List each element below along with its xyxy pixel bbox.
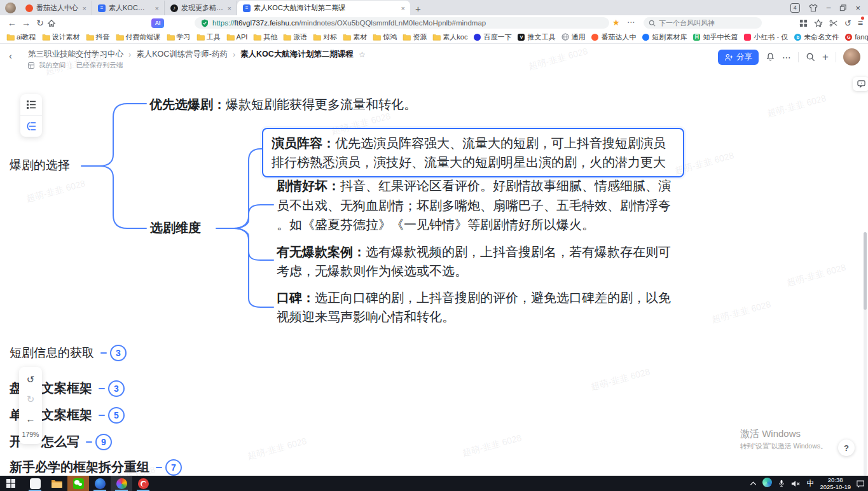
comment-panel-button[interactable] (853, 77, 868, 91)
undo-icon[interactable]: ↺ (19, 370, 42, 389)
doc-back-icon[interactable]: ‹ (9, 50, 12, 61)
bookmark-folder[interactable]: 对标 (312, 32, 338, 43)
tray-clock[interactable]: 20:38 2025-10-19 (820, 476, 851, 490)
close-button[interactable]: × (855, 4, 860, 12)
mindmap-node-info-source[interactable]: 短剧信息的获取 3 (10, 345, 127, 361)
favorites-edit-icon[interactable] (814, 19, 823, 27)
taskbar-app-search[interactable] (24, 476, 46, 491)
tray-chevron-up-icon[interactable] (750, 481, 757, 486)
taskbar-app-explorer[interactable] (46, 476, 67, 491)
redo-icon[interactable]: ↻ (19, 389, 42, 409)
zoom-level[interactable]: 179% (22, 429, 39, 441)
menu-icon[interactable]: ≡ (858, 18, 863, 28)
bookmark-folder[interactable]: 素材 (341, 32, 368, 43)
browser-tab[interactable]: 番茄达人中心× (20, 1, 92, 15)
mindmap-view-button[interactable] (20, 116, 42, 137)
mindmap-node-hit-cases[interactable]: 有无爆款案例：选有爆款视频的剧，上抖音搜剧名，若有爆款存在则可考虑，无爆款则作为… (277, 242, 677, 280)
share-button[interactable]: 分享 (718, 50, 759, 65)
minimize-button[interactable]: – (827, 4, 831, 11)
toolbar-search-box[interactable]: 下一个台风叫风神 (644, 17, 762, 29)
tab-close-icon[interactable]: × (81, 4, 88, 12)
bookmark-item[interactable]: 番茄达人中 (589, 32, 637, 43)
taskbar-app-feishu[interactable] (89, 476, 111, 491)
new-tab-button[interactable]: + (415, 3, 421, 14)
bookmark-folder[interactable]: 工具 (195, 32, 222, 43)
bookmark-item[interactable]: 短剧素材库 (640, 32, 688, 43)
tab-close-icon[interactable]: × (400, 4, 406, 12)
vertical-scrollbar-thumb[interactable] (864, 232, 867, 310)
bookmark-folder[interactable]: 派语 (282, 32, 308, 43)
bookmark-folder[interactable]: 其他 (252, 32, 279, 43)
child-count-badge[interactable]: 3 (108, 380, 125, 397)
mindmap-root-node[interactable]: 爆剧的选择 (10, 157, 70, 174)
help-button[interactable]: ? (838, 439, 855, 456)
tab-count-badge[interactable]: 4 (790, 3, 800, 13)
apps-grid-icon[interactable] (799, 19, 808, 27)
home-icon[interactable] (47, 19, 61, 27)
bookmark-item[interactable]: 百度一下 (472, 32, 513, 43)
user-avatar[interactable] (843, 48, 860, 66)
mindmap-node-cast-selected[interactable]: 演员阵容：优先选演员阵容强大、流量大的短剧，可上抖音搜短剧演员排行榜熟悉演员，演… (262, 128, 684, 177)
header-more-icon[interactable]: ⋯ (782, 52, 791, 62)
browser-tab[interactable]: ≡素人KOC大航海计划第二期课× (92, 1, 165, 15)
restore-button[interactable] (839, 4, 846, 11)
bookmark-folder[interactable]: 学习 (165, 32, 192, 43)
create-plus-icon[interactable]: + (822, 51, 829, 64)
taskbar-app-browser[interactable] (111, 476, 132, 491)
address-bar[interactable]: https://ft6vgl737z.feishu.cn/mindnotes/O… (195, 17, 609, 29)
bookmark-item[interactable]: V推文工具 (516, 32, 556, 43)
mindmap-node-priority[interactable]: 优先选爆剧：爆款短剧能获得更多流量和转化。 (149, 95, 417, 114)
browser-profile-avatar[interactable] (5, 3, 16, 13)
taskbar-app-wechat[interactable] (67, 476, 89, 491)
browser-tab[interactable]: ≡素人KOC大航海计划第二期课× (237, 1, 410, 15)
start-button[interactable] (0, 476, 22, 491)
address-more-icon[interactable]: ⋯ (627, 18, 635, 27)
mindmap-node-plot[interactable]: 剧情好坏：抖音、红果评论区看评价。好剧情故事细腻、情感细腻、演员不出戏、无狗血剧… (277, 176, 677, 235)
bookmark-item[interactable]: b未命名文件 (792, 32, 840, 43)
child-count-badge[interactable]: 5 (108, 407, 125, 424)
breadcrumb-item[interactable]: 素人KOC训练营导师-药药 (136, 49, 228, 60)
bookmark-star-icon[interactable]: ★ (612, 18, 620, 27)
history-undo-icon[interactable]: ↺ (844, 18, 851, 28)
space-label[interactable]: 我的空间 (39, 61, 65, 70)
bookmark-item[interactable]: 小红书 - 仅 (742, 32, 789, 43)
child-count-badge[interactable]: 3 (110, 345, 127, 361)
bookmark-folder[interactable]: 抖音 (85, 32, 111, 43)
notification-bell-icon[interactable] (766, 52, 775, 62)
back-to-root-icon[interactable]: ← (19, 409, 42, 429)
screenshot-scissors-icon[interactable] (829, 19, 838, 27)
favorite-star-icon[interactable]: ☆ (359, 50, 366, 59)
bookmark-item[interactable]: 日知乎中长篇 (691, 32, 739, 43)
tray-ime-indicator[interactable]: 中 (806, 478, 814, 489)
bookmark-folder[interactable]: 资源 (401, 32, 428, 43)
child-count-badge[interactable]: 9 (95, 434, 112, 450)
mindmap-node-reputation[interactable]: 口碑：选正向口碑的剧，上抖音搜剧的评价，避免选口碑差的剧，以免视频迎来骂声影响心… (277, 288, 677, 326)
tray-volume-muted-icon[interactable] (791, 480, 801, 488)
forward-icon[interactable]: → (19, 18, 33, 28)
outline-view-button[interactable] (20, 94, 42, 115)
tray-edge-icon[interactable] (762, 478, 772, 490)
browser-tab[interactable]: ♪发现更多精彩视频 - 抖音搜索× (165, 1, 237, 15)
tray-notification-icon[interactable] (857, 480, 865, 488)
child-count-badge[interactable]: 7 (165, 459, 182, 476)
mindmap-canvas[interactable]: 优先选爆剧：爆款短剧能获得更多流量和转化。 爆剧的选择 选剧维度 演员阵容：优先… (0, 71, 868, 476)
reload-icon[interactable]: ↻ (33, 18, 47, 28)
taskbar-app-red[interactable] (132, 476, 154, 491)
back-icon[interactable]: ← (5, 18, 19, 28)
bookmark-folder[interactable]: 惊鸿 (371, 32, 398, 43)
bookmark-folder[interactable]: 付费前端课 (114, 32, 162, 43)
bookmark-folder[interactable]: 设计素材 (41, 32, 81, 43)
bookmark-folder[interactable]: API (225, 32, 249, 42)
bookmark-folder[interactable]: ai教程 (5, 32, 38, 43)
tab-close-icon[interactable]: × (154, 4, 160, 12)
mindmap-node-framework-remix[interactable]: 新手必学的框架拆分重组 7 (10, 459, 182, 476)
mindmap-branch-node[interactable]: 选剧维度 (150, 219, 201, 237)
bookmark-item[interactable]: 通用 (560, 32, 586, 43)
bookmark-folder[interactable]: 素人koc (431, 32, 469, 43)
breadcrumb-item[interactable]: 第三职业技能交付学习中心 (28, 49, 123, 60)
ai-assistant-icon[interactable]: AI (151, 18, 164, 28)
doc-search-icon[interactable] (806, 52, 815, 62)
tab-close-icon[interactable]: × (226, 4, 233, 12)
tray-microphone-icon[interactable] (778, 479, 785, 488)
theme-shirt-icon[interactable] (809, 4, 818, 12)
